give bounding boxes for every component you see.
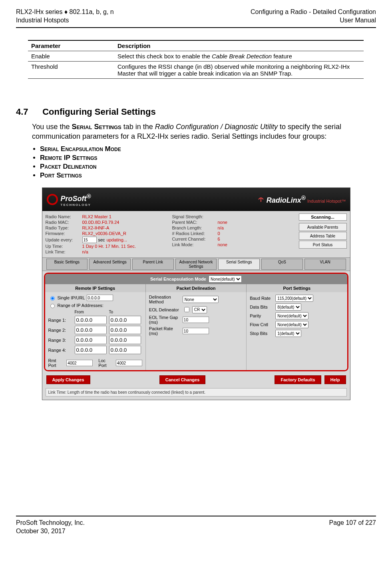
value-current-channel: 6 (218, 237, 220, 241)
tabs-row: Basic Settings Advanced Settings Parent … (42, 257, 350, 271)
range1-to-input[interactable] (109, 316, 141, 324)
address-table-button[interactable]: Address Table (299, 232, 347, 240)
label-parity: Parity (250, 313, 274, 318)
eol-delineator-select[interactable]: CR (192, 306, 207, 313)
header-right-1: Configuring a Radio - Detailed Configura… (251, 8, 376, 16)
radio-wave-icon (257, 195, 265, 203)
list-item: Remote IP Settings (40, 154, 360, 162)
range3-to-input[interactable] (109, 336, 141, 344)
label-update-every: Update every: (46, 237, 81, 242)
value-radios-linked: 0 (218, 231, 220, 236)
header-port-settings: Port Settings (247, 284, 347, 292)
data-bits-select[interactable]: 8(default) (275, 303, 301, 311)
value-link-mode: none (218, 242, 227, 247)
label-range1: Range 1: (48, 318, 72, 323)
footer-left-1: ProSoft Technology, Inc. (16, 519, 85, 527)
table-header-parameter: Parameter (28, 40, 114, 51)
app-titlebar: ProSoft® TECHNOLOGY RadioLinx® Industria… (42, 188, 350, 211)
footer-rule (16, 516, 376, 516)
label-linktime: Link Time: (46, 249, 81, 254)
tab-vlan[interactable]: VLAN (304, 259, 346, 270)
encapsulation-row: Serial Encapsulation Mode None(default) (45, 274, 347, 284)
packet-rate-input[interactable] (183, 328, 209, 334)
footer-right-1: Page 107 of 227 (329, 519, 376, 536)
label-single-ip: Single IP/URL (58, 295, 85, 300)
range3-from-input[interactable] (75, 336, 107, 344)
serial-settings-highlight: Serial Encapsulation Mode None(default) … (44, 273, 348, 371)
range-ip-radio[interactable] (50, 304, 55, 308)
tab-qos[interactable]: QoS (261, 259, 303, 270)
stop-bits-select[interactable]: 1(default) (275, 330, 301, 337)
label-range4: Range 4: (48, 348, 72, 353)
status-updating: updating... (107, 237, 127, 242)
label-loc-port: Loc Port (98, 358, 114, 368)
range4-to-input[interactable] (109, 346, 141, 354)
section-title: Configuring Serial Settings (42, 107, 156, 117)
header-rule (16, 27, 376, 28)
section-heading: 4.7 Configuring Serial Settings (16, 107, 376, 117)
baud-rate-select[interactable]: 115,200(default) (275, 295, 313, 302)
value-linktime: n/a (82, 249, 88, 254)
range2-to-input[interactable] (109, 326, 141, 334)
label-radio-type: Radio Type: (46, 225, 81, 230)
table-row: Threshold Configures the RSSI change (in… (28, 61, 364, 78)
range4-from-input[interactable] (75, 346, 107, 354)
cell-param: Threshold (28, 61, 114, 78)
eol-delineator-checkbox[interactable] (184, 307, 189, 312)
help-button[interactable]: Help (324, 375, 346, 384)
tab-serial-settings[interactable]: Serial Settings (218, 259, 260, 270)
single-ip-input[interactable] (87, 295, 113, 301)
delineation-method-select[interactable]: None (183, 296, 219, 303)
factory-defaults-button[interactable]: Factory Defaults (275, 375, 321, 384)
rmt-port-input[interactable] (66, 360, 93, 366)
list-item: Packet Delineation (40, 163, 360, 171)
page-header: RLX2-IHx series ♦ 802.11a, b, g, n Indus… (16, 8, 376, 25)
label-current-channel: Current Channel: (172, 237, 216, 241)
parity-select[interactable]: None(default) (275, 312, 308, 319)
available-parents-button[interactable]: Available Parents (299, 223, 347, 231)
value-branch-length: n/a (218, 225, 224, 230)
section-number: 4.7 (16, 107, 40, 117)
label-to: To (109, 310, 141, 314)
eol-time-gap-input[interactable] (183, 317, 209, 323)
packet-delineation-column: Delineation Method None EOL Delineator C… (146, 292, 247, 370)
header-left-1: RLX2-IHx series ♦ 802.11a, b, g, n (16, 8, 114, 16)
tab-basic-settings[interactable]: Basic Settings (46, 259, 88, 270)
label-radios-linked: # Radios Linked: (172, 231, 216, 236)
header-remote-ip: Remote IP Settings (45, 284, 146, 292)
bullet-list: Serial Encapsulation Mode Remote IP Sett… (40, 145, 360, 179)
cancel-changes-button[interactable]: Cancel Changes (159, 375, 206, 384)
header-packet-delineation: Packet Delineation (146, 284, 247, 292)
remote-ip-column: Single IP/URL Range of IP Addresses: Fro… (45, 292, 146, 370)
label-eol-delineator: EOL Delineator (149, 307, 181, 312)
prosoft-logo: ProSoft® TECHNOLOGY (46, 193, 91, 207)
cell-desc: Configures the RSSI change (in dB) obser… (114, 61, 364, 78)
tab-advanced-network-settings[interactable]: Advanced Network Settings (175, 259, 217, 270)
tab-parent-link[interactable]: Parent Link (132, 259, 174, 270)
flow-cntl-select[interactable]: None(default) (275, 321, 308, 328)
label-data-bits: Data Bits (250, 305, 274, 309)
apply-changes-button[interactable]: Apply Changes (46, 375, 90, 384)
label-range2: Range 2: (48, 328, 72, 333)
port-status-button[interactable]: Port Status (299, 241, 347, 249)
range1-from-input[interactable] (75, 316, 107, 324)
tab-advanced-settings[interactable]: Advanced Settings (89, 259, 131, 270)
radiolinx-logo: RadioLinx® Industrial Hotspot™ (257, 194, 346, 205)
cell-param: Enable (28, 51, 114, 61)
parameter-table: Parameter Description Enable Select this… (28, 40, 364, 79)
label-range-ip: Range of IP Addresses: (58, 303, 103, 308)
svg-point-0 (48, 195, 57, 204)
value-uptime: 1 Day 0 Hr. 17 Min. 11 Sec. (82, 244, 136, 249)
single-ip-radio[interactable] (50, 296, 55, 301)
value-radio-name: RLX2 Master 1 (82, 214, 111, 219)
label-radio-name: Radio Name: (46, 214, 81, 219)
intro-paragraph: You use the Serial Settings tab in the R… (32, 122, 360, 142)
label-signal-strength: Signal Strength: (172, 214, 216, 219)
hint-bar: Link Time: Length of time the radio has … (46, 388, 347, 397)
range2-from-input[interactable] (75, 326, 107, 334)
update-every-input[interactable] (82, 237, 97, 243)
loc-port-input[interactable] (116, 360, 142, 366)
encapsulation-mode-select[interactable]: None(default) (209, 275, 242, 283)
column-headers: Remote IP Settings Packet Delineation Po… (45, 284, 347, 292)
list-item: Port Settings (40, 171, 360, 179)
